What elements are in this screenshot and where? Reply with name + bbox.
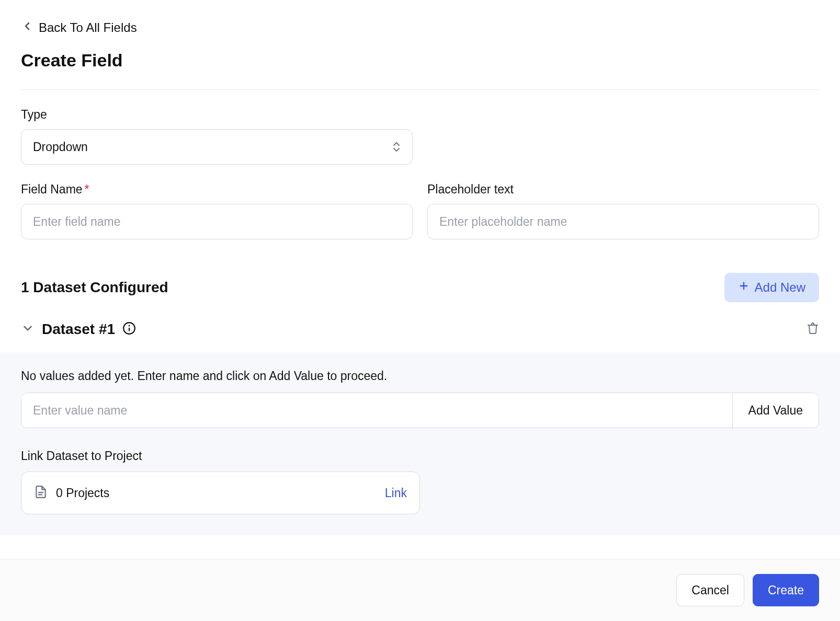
value-row: Add Value (21, 393, 819, 428)
projects-box: 0 Projects Link (21, 472, 420, 514)
trash-icon[interactable] (807, 322, 819, 337)
required-star-icon: * (85, 182, 89, 196)
info-icon[interactable] (122, 321, 136, 337)
page-title: Create Field (21, 50, 819, 71)
chevron-down-icon[interactable] (21, 321, 35, 337)
divider (21, 89, 819, 90)
back-link-label: Back To All Fields (39, 20, 137, 35)
cancel-button[interactable]: Cancel (676, 574, 744, 606)
type-select[interactable]: Dropdown (21, 129, 413, 165)
back-link[interactable]: Back To All Fields (21, 20, 819, 36)
placeholder-text-input[interactable] (427, 204, 819, 239)
field-name-input[interactable] (21, 204, 413, 239)
empty-values-message: No values added yet. Enter name and clic… (21, 369, 819, 383)
field-name-label: Field Name* (21, 182, 413, 197)
svg-point-4 (129, 325, 130, 327)
projects-count: 0 Projects (56, 486, 109, 500)
plus-icon (738, 280, 750, 295)
select-arrows-icon (392, 142, 401, 152)
document-icon (34, 485, 48, 501)
footer: Cancel Create (0, 559, 840, 621)
type-select-value: Dropdown (33, 140, 88, 154)
create-button[interactable]: Create (753, 574, 819, 606)
dataset-heading: 1 Dataset Configured (21, 279, 168, 296)
field-name-label-text: Field Name (21, 182, 83, 196)
chevron-left-icon (21, 20, 33, 36)
dataset-body: No values added yet. Enter name and clic… (0, 352, 840, 535)
add-new-label: Add New (755, 280, 805, 295)
link-dataset-label: Link Dataset to Project (21, 449, 819, 463)
link-button[interactable]: Link (385, 486, 407, 500)
value-name-input[interactable] (21, 393, 732, 428)
dataset-title: Dataset #1 (42, 321, 115, 338)
type-label: Type (21, 108, 413, 122)
add-new-button[interactable]: Add New (724, 273, 819, 302)
placeholder-text-label: Placeholder text (427, 182, 819, 197)
add-value-button[interactable]: Add Value (732, 393, 819, 428)
